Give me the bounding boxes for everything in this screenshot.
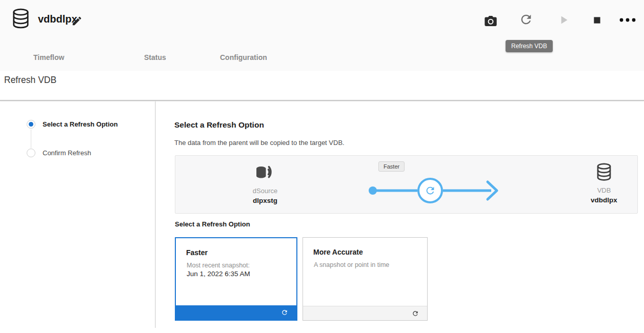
option-card-faster[interactable]: Faster Most recent snapshot: Jun 1, 2022…	[175, 237, 297, 321]
stop-vdb-button[interactable]	[592, 15, 602, 26]
refresh-icon	[519, 12, 533, 27]
dsource-name: dlpxstg	[234, 197, 296, 204]
horizontal-divider	[0, 100, 644, 101]
option-title: Faster	[186, 248, 208, 257]
vdb-name: vdbdlpx	[573, 196, 635, 204]
refresh-flow-arrow	[365, 174, 504, 207]
wizard-step-select-refresh-option[interactable]: Select a Refresh Option	[27, 120, 118, 129]
snapshot-button[interactable]	[482, 14, 499, 28]
refresh-vdb-tooltip: Refresh VDB	[506, 40, 553, 52]
header: vdbdlpx	[0, 0, 644, 71]
edit-name-button[interactable]	[71, 15, 83, 27]
stop-square-icon	[592, 15, 602, 26]
option-title: More Accurate	[313, 248, 363, 256]
more-actions-button[interactable]	[618, 14, 637, 26]
pencil-icon	[71, 15, 83, 27]
dsource-broadcast-icon	[255, 164, 275, 182]
option-footer-selected[interactable]	[176, 305, 296, 320]
refresh-icon	[281, 309, 288, 316]
step-label: Select a Refresh Option	[43, 120, 118, 128]
section-heading: Select a Refresh Option	[174, 120, 264, 130]
dsource-type-label: dSource	[234, 187, 296, 195]
tab-timeflow[interactable]: Timeflow	[33, 53, 64, 61]
option-subtitle: A snapshot or point in time	[314, 261, 389, 268]
vertical-divider	[155, 101, 156, 328]
start-vdb-button[interactable]	[557, 13, 570, 27]
section-description: The data from the parent will be copied …	[174, 139, 345, 147]
vdb-type-label: VDB	[573, 186, 635, 194]
page-title: Refresh VDB	[4, 75, 56, 86]
option-subtitle: Most recent snapshot:	[187, 262, 250, 269]
refresh-diagram-panel: dSource dlpxstg Faster VDB vdbdlpx	[175, 155, 638, 214]
wizard-step-confirm-refresh[interactable]: Confirm Refresh	[27, 149, 91, 157]
ellipsis-icon	[618, 14, 637, 26]
play-icon	[557, 13, 570, 27]
database-icon	[11, 8, 30, 29]
vdb-detail-screen: vdbdlpx	[0, 0, 644, 333]
options-group-label: Select a Refresh Option	[175, 220, 250, 228]
tab-configuration[interactable]: Configuration	[220, 53, 267, 61]
refresh-vdb-button[interactable]	[519, 12, 533, 27]
step-indicator-active	[27, 120, 35, 129]
step-connector-line	[31, 130, 31, 148]
camera-icon	[482, 14, 499, 28]
step-indicator-inactive	[27, 149, 35, 157]
flow-mode-badge: Faster	[378, 161, 405, 172]
refresh-icon	[412, 310, 419, 317]
step-label: Confirm Refresh	[43, 149, 91, 157]
option-snapshot-timestamp: Jun 1, 2022 6:35 AM	[187, 270, 250, 278]
option-card-more-accurate[interactable]: More Accurate A snapshot or point in tim…	[303, 237, 428, 321]
option-footer[interactable]	[303, 306, 427, 320]
vdb-database-icon	[596, 162, 612, 182]
tab-status[interactable]: Status	[144, 53, 166, 61]
